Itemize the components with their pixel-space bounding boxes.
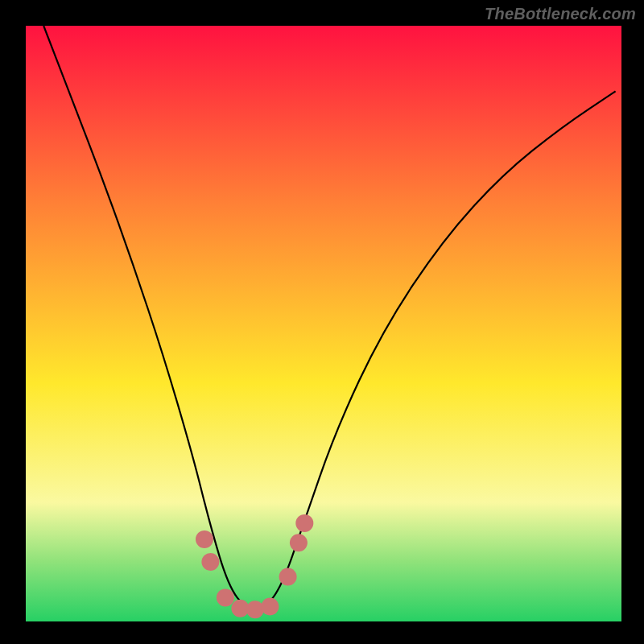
plot-area [26,26,621,621]
curve-marker [196,530,213,548]
curve-marker [201,553,219,571]
chart-svg [26,26,621,621]
gradient-background [26,26,621,621]
curve-marker [217,588,234,606]
curve-marker [279,568,297,586]
chart-frame: TheBottleneck.com [0,0,644,644]
curve-marker [261,598,279,616]
watermark-label: TheBottleneck.com [485,5,636,23]
curve-marker [246,601,264,618]
curve-marker [290,534,308,551]
curve-marker [295,514,313,532]
